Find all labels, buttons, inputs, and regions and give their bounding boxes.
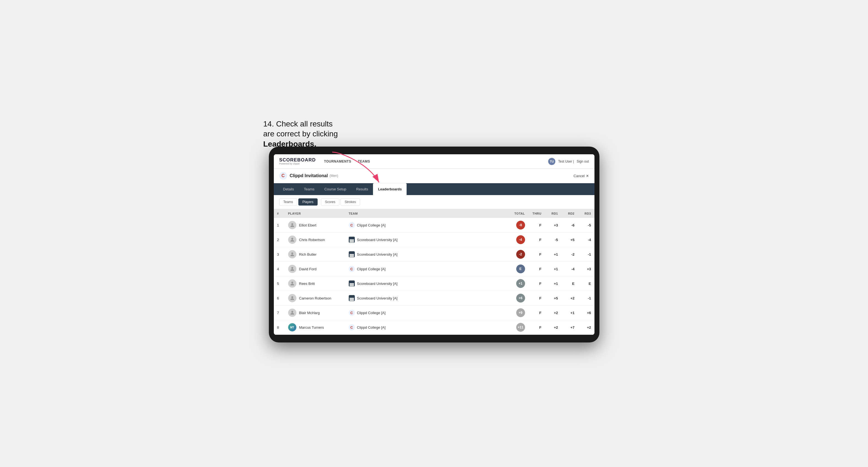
team-logo: C xyxy=(349,324,355,330)
cell-player: Chris Robertson xyxy=(285,232,345,247)
svg-point-5 xyxy=(291,282,293,283)
cell-rd1: +2 xyxy=(545,306,561,320)
nav-links: TOURNAMENTS TEAMS xyxy=(324,158,548,164)
score-badge: -2 xyxy=(516,250,525,259)
tablet-screen: SCOREBOARD Powered by clippd TOURNAMENTS… xyxy=(274,154,594,335)
player-name: Cameron Robertson xyxy=(299,296,331,300)
tab-course-setup[interactable]: Course Setup xyxy=(319,183,351,195)
tab-teams[interactable]: Teams xyxy=(299,183,319,195)
cell-rank: 1 xyxy=(274,218,285,232)
cell-thru: F xyxy=(528,247,545,262)
nav-link-teams[interactable]: TEAMS xyxy=(358,158,370,164)
cell-rd2: +7 xyxy=(561,320,578,335)
player-avatar: MT xyxy=(288,323,297,332)
table-header: # PLAYER TEAM TOTAL THRU RD1 RD2 RD3 xyxy=(274,209,594,218)
cell-thru: F xyxy=(528,276,545,291)
tab-details[interactable]: Details xyxy=(278,183,299,195)
logo-sub: Powered by clippd xyxy=(279,162,316,165)
col-player: PLAYER xyxy=(285,209,345,218)
cell-player: Blair McHarg xyxy=(285,306,345,320)
cell-rd1: +1 xyxy=(545,276,561,291)
team-name: Scoreboard University [A] xyxy=(357,252,398,256)
cell-player: Rees Britt xyxy=(285,276,345,291)
instruction-line2: are correct by clicking xyxy=(264,129,338,138)
cell-rd2: -2 xyxy=(561,247,578,262)
tournament-badge: (Men) xyxy=(330,174,338,178)
filter-strokes[interactable]: Strokes xyxy=(340,198,360,206)
user-icon: TU xyxy=(548,158,555,165)
cell-team: Scoreboard University [A] xyxy=(345,232,506,247)
cell-rd3: +6 xyxy=(578,306,594,320)
cell-total: +9 xyxy=(506,306,528,320)
tournament-logo: C xyxy=(279,172,287,180)
table-row: 3 Rich Butler Scoreboard University [A]-… xyxy=(274,247,594,262)
tablet-frame: SCOREBOARD Powered by clippd TOURNAMENTS… xyxy=(269,147,599,342)
score-badge: -8 xyxy=(516,221,525,229)
team-logo: C xyxy=(349,266,355,272)
cell-rd3: -1 xyxy=(578,247,594,262)
filter-scores[interactable]: Scores xyxy=(321,198,339,206)
cell-rank: 7 xyxy=(274,306,285,320)
score-badge: +1 xyxy=(516,279,525,288)
player-avatar xyxy=(288,250,297,258)
instruction-text: 14. Check all results are correct by cli… xyxy=(264,119,338,149)
svg-point-4 xyxy=(291,267,293,269)
nav-bar: SCOREBOARD Powered by clippd TOURNAMENTS… xyxy=(274,154,594,168)
logo-text: SCOREBOARD xyxy=(279,158,316,162)
cell-player: Elliot Ebert xyxy=(285,218,345,232)
logo-area: SCOREBOARD Powered by clippd xyxy=(279,158,316,165)
cell-rd3: -5 xyxy=(578,218,594,232)
nav-link-tournaments[interactable]: TOURNAMENTS xyxy=(324,158,351,164)
col-rd1: RD1 xyxy=(545,209,561,218)
cell-rd2: +5 xyxy=(561,232,578,247)
col-rd3: RD3 xyxy=(578,209,594,218)
tab-results[interactable]: Results xyxy=(351,183,373,195)
cell-thru: F xyxy=(528,262,545,276)
cell-player: Cameron Robertson xyxy=(285,291,345,306)
player-name: David Ford xyxy=(299,267,317,271)
user-label: Test User | xyxy=(558,159,574,163)
cell-rd1: +3 xyxy=(545,218,561,232)
filter-players[interactable]: Players xyxy=(298,198,318,206)
cancel-button[interactable]: Cancel ✕ xyxy=(574,174,589,178)
table-row: 8 MT Marcus Turners CClippd College [A]+… xyxy=(274,320,594,335)
instruction-line1: 14. Check all results xyxy=(264,120,333,128)
svg-point-6 xyxy=(291,296,293,298)
player-avatar xyxy=(288,236,297,244)
tournament-title: Clippd Invitational xyxy=(290,173,328,178)
cell-total: -2 xyxy=(506,247,528,262)
col-rank: # xyxy=(274,209,285,218)
svg-point-3 xyxy=(291,252,293,254)
cell-team: CClippd College [A] xyxy=(345,320,506,335)
cell-rank: 5 xyxy=(274,276,285,291)
team-logo xyxy=(349,280,355,286)
player-name: Elliot Ebert xyxy=(299,223,316,227)
table-row: 7 Blair McHarg CClippd College [A]+9F+2+… xyxy=(274,306,594,320)
table-row: 1 Elliot Ebert CClippd College [A]-8F+3-… xyxy=(274,218,594,232)
sign-out-link[interactable]: Sign out xyxy=(577,159,589,163)
player-name: Blair McHarg xyxy=(299,311,320,315)
cell-total: +11 xyxy=(506,320,528,335)
cell-rd1: +2 xyxy=(545,320,561,335)
cell-team: Scoreboard University [A] xyxy=(345,276,506,291)
player-avatar xyxy=(288,309,297,317)
svg-point-2 xyxy=(291,238,293,240)
table-row: 4 David Ford CClippd College [A]EF+1-4+3 xyxy=(274,262,594,276)
player-name: Rich Butler xyxy=(299,252,317,256)
player-name: Chris Robertson xyxy=(299,238,325,242)
filter-teams[interactable]: Teams xyxy=(279,198,297,206)
score-badge: -4 xyxy=(516,235,525,244)
team-logo xyxy=(349,251,355,257)
col-rd2: RD2 xyxy=(561,209,578,218)
leaderboard-table: # PLAYER TEAM TOTAL THRU RD1 RD2 RD3 1 E… xyxy=(274,209,594,335)
team-logo xyxy=(349,295,355,301)
tab-leaderboards[interactable]: Leaderboards xyxy=(373,183,407,195)
player-name: Marcus Turners xyxy=(299,325,324,330)
col-total: TOTAL xyxy=(506,209,528,218)
cell-team: Scoreboard University [A] xyxy=(345,247,506,262)
cell-thru: F xyxy=(528,306,545,320)
cell-thru: F xyxy=(528,218,545,232)
team-name: Clippd College [A] xyxy=(357,311,386,315)
cell-thru: F xyxy=(528,232,545,247)
cell-team: CClippd College [A] xyxy=(345,262,506,276)
